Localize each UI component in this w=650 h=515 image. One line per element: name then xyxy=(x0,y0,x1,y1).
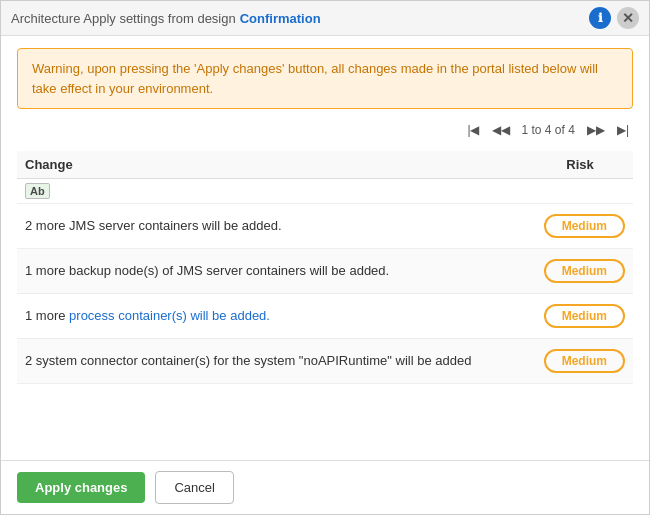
close-button[interactable]: ✕ xyxy=(617,7,639,29)
pagination-text: 1 to 4 of 4 xyxy=(522,123,575,137)
row-text-plain: 1 more xyxy=(25,308,69,323)
warning-text: Warning, upon pressing the 'Apply change… xyxy=(32,61,598,96)
search-row: Ab xyxy=(17,179,633,204)
title-highlight: Confirmation xyxy=(240,11,321,26)
column-risk-header: Risk xyxy=(535,157,625,172)
search-ab-label: Ab xyxy=(25,183,50,199)
apply-changes-button[interactable]: Apply changes xyxy=(17,472,145,503)
dialog-window: Architecture Apply settings from design … xyxy=(0,0,650,515)
search-input[interactable] xyxy=(56,184,625,199)
table-row: 1 more process container(s) will be adde… xyxy=(17,294,633,339)
warning-box: Warning, upon pressing the 'Apply change… xyxy=(17,48,633,109)
last-page-button[interactable]: ▶| xyxy=(613,121,633,139)
title-bar-right: ℹ ✕ xyxy=(589,7,639,29)
info-button[interactable]: ℹ xyxy=(589,7,611,29)
title-bar-left: Architecture Apply settings from design … xyxy=(11,11,321,26)
pagination-bar: |◀ ◀◀ 1 to 4 of 4 ▶▶ ▶| xyxy=(17,119,633,141)
row-text: 1 more process container(s) will be adde… xyxy=(25,307,544,325)
risk-badge: Medium xyxy=(544,259,625,283)
row-text: 2 system connector container(s) for the … xyxy=(25,352,544,370)
changes-table: Change Risk Ab 2 more JMS server contain… xyxy=(17,151,633,448)
risk-badge: Medium xyxy=(544,304,625,328)
process-container-link[interactable]: process container(s) will be added. xyxy=(69,308,270,323)
title-normal: Architecture Apply settings from design xyxy=(11,11,236,26)
prev-group-button[interactable]: ◀◀ xyxy=(488,121,514,139)
first-page-button[interactable]: |◀ xyxy=(463,121,483,139)
content-area: Warning, upon pressing the 'Apply change… xyxy=(1,36,649,460)
risk-badge: Medium xyxy=(544,214,625,238)
dialog-footer: Apply changes Cancel xyxy=(1,460,649,514)
table-row: 2 more JMS server containers will be add… xyxy=(17,204,633,249)
next-group-button[interactable]: ▶▶ xyxy=(583,121,609,139)
title-bar: Architecture Apply settings from design … xyxy=(1,1,649,36)
row-text: 1 more backup node(s) of JMS server cont… xyxy=(25,262,544,280)
row-text: 2 more JMS server containers will be add… xyxy=(25,217,544,235)
table-header: Change Risk xyxy=(17,151,633,179)
cancel-button[interactable]: Cancel xyxy=(155,471,233,504)
risk-badge: Medium xyxy=(544,349,625,373)
table-row: 2 system connector container(s) for the … xyxy=(17,339,633,384)
table-row: 1 more backup node(s) of JMS server cont… xyxy=(17,249,633,294)
column-change-header: Change xyxy=(25,157,73,172)
